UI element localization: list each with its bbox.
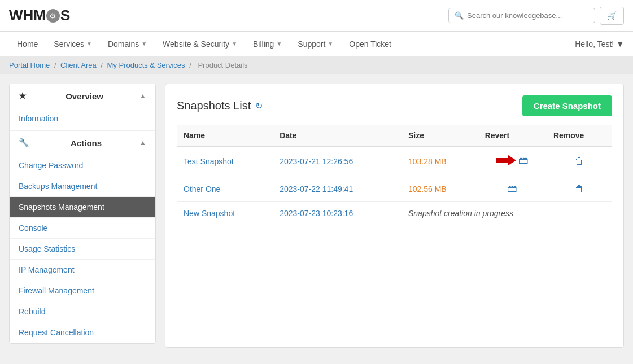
search-icon: 🔍 xyxy=(455,11,464,20)
snapshot-date: 2023-07-22 11:49:41 xyxy=(273,176,401,202)
search-box[interactable]: 🔍 xyxy=(448,8,595,23)
gear-icon: ⚙ xyxy=(46,9,60,23)
snapshot-name[interactable]: Other One xyxy=(177,176,273,202)
col-remove: Remove xyxy=(547,125,612,146)
sidebar-actions-label: Actions xyxy=(71,138,102,148)
svg-marker-0 xyxy=(496,155,516,165)
snapshot-name[interactable]: Test Snapshot xyxy=(177,146,273,176)
snapshot-size: 103.28 MB xyxy=(401,146,478,176)
logo-text: WHM xyxy=(9,7,46,24)
nav-billing[interactable]: Billing ▼ xyxy=(245,33,290,55)
chevron-down-icon: ▼ xyxy=(86,41,92,47)
star-icon: ★ xyxy=(19,91,26,101)
snapshot-date: 2023-07-23 10:23:16 xyxy=(273,202,401,225)
top-bar: WHM ⚙ S 🔍 🛒 xyxy=(0,0,633,32)
sidebar-item-firewall-management[interactable]: Firewall Management xyxy=(10,280,155,301)
nav-bar: Home Services ▼ Domains ▼ Website & Secu… xyxy=(0,32,633,56)
breadcrumb-client-area[interactable]: Client Area xyxy=(60,61,97,69)
table-header-row: Name Date Size Revert Remove xyxy=(177,125,612,146)
remove-cell: 🗑 xyxy=(547,146,612,176)
remove-cell: 🗑 xyxy=(547,176,612,202)
col-name: Name xyxy=(177,125,273,146)
chevron-down-icon: ▼ xyxy=(616,40,624,49)
cart-button[interactable]: 🛒 xyxy=(600,7,624,25)
nav-open-ticket[interactable]: Open Ticket xyxy=(341,33,399,55)
chevron-up-icon: ▲ xyxy=(139,92,146,100)
sidebar-overview-label: Overview xyxy=(66,91,103,101)
sidebar-item-request-cancellation[interactable]: Request Cancellation xyxy=(10,322,155,343)
user-greeting[interactable]: Hello, Test! ▼ xyxy=(575,40,624,49)
panel-header: Snapshots List ↻ Create Snapshot xyxy=(177,95,612,116)
sidebar-item-change-password[interactable]: Change Password xyxy=(10,155,155,176)
breadcrumb-my-products[interactable]: My Products & Services xyxy=(107,61,185,69)
delete-icon[interactable]: 🗑 xyxy=(575,156,584,166)
table-row: New Snapshot 2023-07-23 10:23:16 Snapsho… xyxy=(177,202,612,225)
refresh-icon[interactable]: ↻ xyxy=(255,100,263,111)
main-content: ★ Overview ▲ Information 🔧 Actions ▲ Cha… xyxy=(0,74,633,357)
breadcrumb-product-details: Product Details xyxy=(198,61,247,69)
sidebar-item-console[interactable]: Console xyxy=(10,218,155,239)
revert-cell: 🗃 xyxy=(478,146,547,176)
chevron-down-icon: ▼ xyxy=(141,41,147,47)
sidebar: ★ Overview ▲ Information 🔧 Actions ▲ Cha… xyxy=(9,84,156,344)
panel-title: Snapshots List ↻ xyxy=(177,99,263,112)
nav-domains[interactable]: Domains ▼ xyxy=(100,33,155,55)
snapshots-table: Name Date Size Revert Remove Test Snapsh… xyxy=(177,125,612,225)
breadcrumb-separator: / xyxy=(101,61,104,69)
snapshot-size: 102.56 MB xyxy=(401,176,478,202)
sidebar-item-usage-statistics[interactable]: Usage Statistics xyxy=(10,239,155,260)
sidebar-item-backups-management[interactable]: Backups Management xyxy=(10,176,155,197)
sidebar-overview-header[interactable]: ★ Overview ▲ xyxy=(10,84,155,108)
revert-icon[interactable]: 🗃 xyxy=(518,155,529,166)
sidebar-actions-header[interactable]: 🔧 Actions ▲ xyxy=(10,130,155,155)
col-size: Size xyxy=(401,125,478,146)
chevron-up-icon: ▲ xyxy=(139,139,146,147)
nav-services[interactable]: Services ▼ xyxy=(46,33,100,55)
nav-home[interactable]: Home xyxy=(9,33,46,55)
logo-text-s: S xyxy=(60,7,70,24)
breadcrumb-separator: / xyxy=(54,61,58,69)
revert-cell: 🗃 xyxy=(478,176,547,202)
main-panel: Snapshots List ↻ Create Snapshot Name Da… xyxy=(165,84,624,348)
col-revert: Revert xyxy=(478,125,547,146)
footer: Powered by WHMCompleteSolution xyxy=(0,357,633,364)
col-date: Date xyxy=(273,125,401,146)
red-arrow-icon xyxy=(496,154,516,167)
create-snapshot-button[interactable]: Create Snapshot xyxy=(522,95,612,116)
delete-icon[interactable]: 🗑 xyxy=(575,184,584,194)
search-input[interactable] xyxy=(467,11,589,20)
nav-support[interactable]: Support ▼ xyxy=(290,33,341,55)
snapshot-status: Snapshot creation in progress xyxy=(401,202,612,225)
revert-icon[interactable]: 🗃 xyxy=(507,183,517,194)
table-row: Test Snapshot 2023-07-21 12:26:56 103.28… xyxy=(177,146,612,176)
sidebar-item-rebuild[interactable]: Rebuild xyxy=(10,301,155,322)
chevron-down-icon: ▼ xyxy=(276,41,282,47)
table-row: Other One 2023-07-22 11:49:41 102.56 MB … xyxy=(177,176,612,202)
sidebar-item-ip-management[interactable]: IP Management xyxy=(10,260,155,280)
sidebar-item-snapshots-management[interactable]: Snapshots Management xyxy=(10,197,155,218)
breadcrumb-separator: / xyxy=(189,61,193,69)
nav-left: Home Services ▼ Domains ▼ Website & Secu… xyxy=(9,33,399,55)
breadcrumb-portal-home[interactable]: Portal Home xyxy=(9,61,50,69)
top-right-controls: 🔍 🛒 xyxy=(448,7,624,25)
sidebar-item-information[interactable]: Information xyxy=(10,108,155,129)
snapshot-name[interactable]: New Snapshot xyxy=(177,202,273,225)
chevron-down-icon: ▼ xyxy=(328,41,333,47)
logo: WHM ⚙ S xyxy=(9,7,70,24)
wrench-icon: 🔧 xyxy=(19,138,29,148)
breadcrumb: Portal Home / Client Area / My Products … xyxy=(0,56,633,74)
snapshot-date: 2023-07-21 12:26:56 xyxy=(273,146,401,176)
chevron-down-icon: ▼ xyxy=(232,41,237,47)
nav-website-security[interactable]: Website & Security ▼ xyxy=(155,33,245,55)
